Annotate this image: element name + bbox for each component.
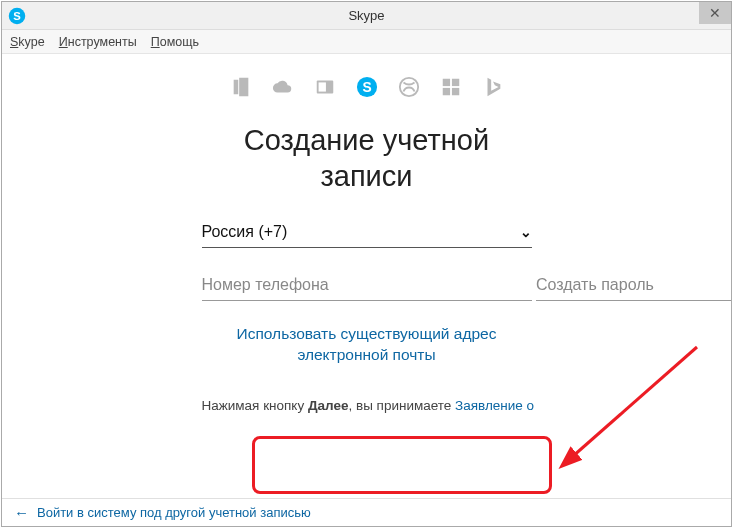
service-icon-row: S — [2, 76, 731, 98]
app-window: S Skype ✕ Skype Инструменты Помощь S Соз… — [1, 1, 732, 527]
content-area: S Создание учетной записи Россия (+7) ⌄ … — [2, 54, 731, 498]
svg-rect-8 — [451, 79, 458, 86]
terms-text: Нажимая кнопку Далее, вы принимаете Заяв… — [202, 398, 532, 413]
outlook-icon — [314, 76, 336, 98]
windows-icon — [440, 76, 462, 98]
bing-icon — [482, 76, 504, 98]
country-select[interactable]: Россия (+7) ⌄ — [202, 223, 532, 248]
titlebar: S Skype ✕ — [2, 2, 731, 30]
country-value: Россия (+7) — [202, 223, 288, 241]
password-input[interactable] — [536, 270, 731, 301]
window-title: Skype — [2, 8, 731, 23]
annotation-highlight — [252, 436, 552, 494]
bottom-bar: ← Войти в систему под другой учетной зап… — [2, 498, 731, 526]
switch-account-link[interactable]: Войти в систему под другой учетной запис… — [37, 505, 311, 520]
office-icon — [230, 76, 252, 98]
xbox-icon — [398, 76, 420, 98]
menu-help[interactable]: Помощь — [151, 35, 199, 49]
onedrive-icon — [272, 76, 294, 98]
skype-app-icon: S — [8, 7, 26, 25]
back-arrow-icon[interactable]: ← — [14, 504, 29, 521]
svg-rect-7 — [442, 79, 449, 86]
menu-skype[interactable]: Skype — [10, 35, 45, 49]
svg-text:S: S — [13, 9, 21, 21]
menubar: Skype Инструменты Помощь — [2, 30, 731, 54]
phone-input[interactable] — [202, 270, 532, 301]
terms-link[interactable]: Заявление о — [455, 398, 534, 413]
svg-text:S: S — [362, 80, 371, 95]
skype-icon: S — [356, 76, 378, 98]
svg-rect-10 — [451, 88, 458, 95]
svg-rect-9 — [442, 88, 449, 95]
menu-tools[interactable]: Инструменты — [59, 35, 137, 49]
chevron-down-icon: ⌄ — [520, 224, 532, 240]
svg-line-11 — [572, 347, 697, 457]
annotation-arrow — [557, 337, 717, 477]
signup-form: Россия (+7) ⌄ Использовать существующий … — [202, 223, 532, 413]
use-existing-email-link[interactable]: Использовать существующий адрес электрон… — [202, 323, 532, 366]
svg-rect-3 — [318, 82, 325, 91]
close-button[interactable]: ✕ — [699, 2, 731, 24]
page-heading: Создание учетной записи — [2, 122, 731, 195]
